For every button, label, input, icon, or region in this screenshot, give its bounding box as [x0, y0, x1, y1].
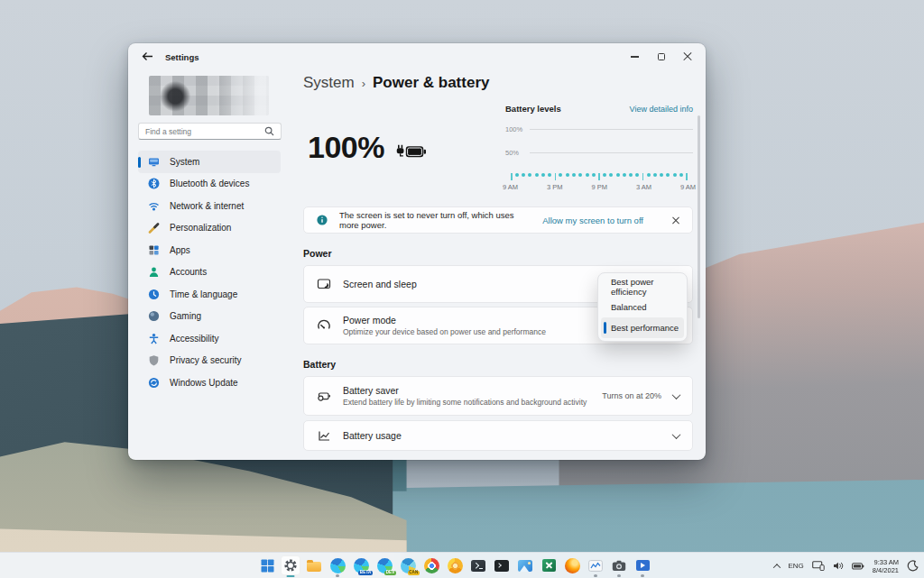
banner-close-icon[interactable]: [671, 216, 679, 225]
taskbar-photos-button[interactable]: [515, 555, 535, 575]
section-heading-power: Power: [303, 248, 332, 259]
battery-levels-title: Battery levels: [505, 104, 561, 114]
language-indicator[interactable]: ENG: [788, 562, 803, 570]
breadcrumb-parent[interactable]: System: [303, 74, 355, 92]
tray-time: 9:33 AM: [873, 558, 899, 566]
scrollbar-thumb[interactable]: [698, 115, 700, 318]
taskbar-edge-button[interactable]: [328, 555, 347, 575]
display-cast-icon[interactable]: [812, 561, 825, 571]
xbox-icon: [148, 310, 160, 322]
system-tray: ENG 9:33 AM 8/4/2021: [774, 553, 919, 578]
dropdown-option-best-performance[interactable]: Best performance: [601, 317, 684, 338]
sidebar-item-label: Privacy & security: [170, 355, 241, 365]
sidebar-item-system[interactable]: System: [138, 151, 281, 173]
maximize-icon[interactable]: [648, 44, 674, 69]
sidebar-item-windows-update[interactable]: Windows Update: [138, 372, 281, 394]
taskbar-camera-button[interactable]: [609, 555, 629, 575]
sidebar-item-bluetooth[interactable]: Bluetooth & devices: [138, 173, 281, 196]
row-battery-usage[interactable]: Battery usage: [303, 420, 693, 451]
gridline-50: 50%: [505, 149, 693, 157]
windows-terminal-icon: [471, 560, 485, 572]
banner-action-link[interactable]: Allow my screen to turn off: [542, 216, 643, 225]
sidebar-item-time-language[interactable]: Time & language: [138, 283, 281, 306]
sidebar-item-label: Windows Update: [170, 378, 238, 388]
taskbar-edge-beta-button[interactable]: BETA: [351, 555, 371, 575]
view-detailed-info-link[interactable]: View detailed info: [630, 105, 693, 114]
chevron-down-icon[interactable]: [672, 430, 681, 439]
sidebar-item-gaming[interactable]: Gaming: [138, 306, 281, 328]
breadcrumb: System › Power & battery: [303, 74, 489, 92]
update-icon: [148, 377, 160, 389]
sidebar-item-label: Apps: [170, 245, 190, 255]
minimize-icon[interactable]: [622, 44, 648, 69]
taskbar-cmd-button[interactable]: [492, 555, 512, 575]
camera-icon: [612, 560, 626, 572]
power-mode-dropdown: Best power efficiency Balanced Best perf…: [597, 272, 688, 342]
battery-x-axis: 9 AM 3 PM 9 PM 3 AM 9 AM: [503, 183, 696, 191]
taskbar-firefox-button[interactable]: [562, 555, 582, 575]
sidebar-item-label: Accounts: [170, 267, 207, 277]
row-battery-saver[interactable]: Battery saver Extend battery life by lim…: [303, 376, 693, 416]
taskbar-edge-canary-button[interactable]: CAN: [398, 555, 418, 575]
taskbar-edge-dev-button[interactable]: DEV: [374, 555, 394, 575]
edge-beta-badge: BETA: [358, 571, 373, 576]
sidebar-item-apps[interactable]: Apps: [138, 239, 281, 261]
sidebar-item-network[interactable]: Network & internet: [138, 195, 281, 217]
taskbar-chrome-canary-button[interactable]: [445, 555, 465, 575]
taskbar: BETA DEV CAN ENG 9:33 AM 8/4/2021: [0, 552, 924, 578]
sidebar-item-label: Network & internet: [170, 201, 244, 211]
sidebar-item-label: System: [170, 157, 199, 167]
sidebar-item-accessibility[interactable]: Accessibility: [138, 327, 281, 350]
wifi-icon: [148, 200, 160, 212]
tray-expand-icon[interactable]: [773, 564, 781, 571]
sidebar-nav: System Bluetooth & devices Network & int…: [138, 151, 281, 394]
chevron-down-icon[interactable]: [672, 390, 681, 399]
taskbar-task-manager-button[interactable]: [586, 555, 605, 575]
battery-saver-icon: [317, 389, 331, 403]
taskbar-terminal-button[interactable]: [468, 555, 488, 575]
desktop: { "colors": {"accent":"#0067c0","link":"…: [0, 0, 924, 578]
sidebar-item-privacy[interactable]: Privacy & security: [138, 350, 281, 372]
dropdown-option-balanced[interactable]: Balanced: [601, 297, 684, 317]
focus-assist-moon-icon[interactable]: [907, 560, 919, 572]
tray-date: 8/4/2021: [873, 566, 899, 574]
battery-tray-icon[interactable]: [852, 563, 864, 570]
sidebar-item-label: Gaming: [170, 311, 201, 321]
excel-icon: [542, 559, 556, 572]
sidebar-item-label: Bluetooth & devices: [170, 179, 249, 188]
battery-dot-strip: [511, 170, 688, 179]
edge-icon: [330, 558, 346, 573]
back-icon[interactable]: [142, 49, 153, 65]
sidebar-item-label: Accessibility: [170, 334, 218, 344]
sidebar-item-label: Time & language: [170, 289, 237, 299]
row-title: Battery usage: [343, 430, 402, 441]
apps-icon: [148, 244, 160, 256]
bluetooth-icon: [148, 178, 160, 189]
taskbar-file-explorer-button[interactable]: [304, 555, 324, 575]
page-title: Power & battery: [373, 74, 489, 92]
window-title: Settings: [165, 52, 199, 62]
row-subtitle: Optimize your device based on power use …: [343, 327, 546, 336]
system-icon: [148, 156, 160, 168]
speaker-icon[interactable]: [833, 561, 844, 571]
search-box[interactable]: [138, 123, 282, 140]
dropdown-option-best-power-efficiency[interactable]: Best power efficiency: [601, 276, 684, 297]
taskbar-settings-button[interactable]: [281, 555, 300, 575]
taskbar-chrome-button[interactable]: [421, 555, 441, 575]
battery-percent-value: 100%: [308, 132, 384, 162]
search-input[interactable]: [145, 127, 264, 136]
task-manager-icon: [588, 560, 603, 572]
start-button[interactable]: [257, 555, 277, 575]
settings-window: Settings System Bluetooth & devices Netw…: [128, 43, 706, 460]
sidebar-item-personalization[interactable]: Personalization: [138, 217, 281, 240]
sidebar-item-accounts[interactable]: Accounts: [138, 261, 281, 284]
banner-text: The screen is set to never turn off, whi…: [339, 210, 531, 230]
command-prompt-icon: [494, 560, 509, 572]
firefox-icon: [565, 558, 580, 573]
taskbar-excel-button[interactable]: [539, 555, 559, 575]
close-icon[interactable]: [674, 44, 700, 69]
row-title: Battery saver: [343, 385, 587, 396]
clock[interactable]: 9:33 AM 8/4/2021: [873, 558, 899, 574]
photos-icon: [518, 560, 532, 572]
taskbar-movies-tv-button[interactable]: [633, 555, 652, 575]
